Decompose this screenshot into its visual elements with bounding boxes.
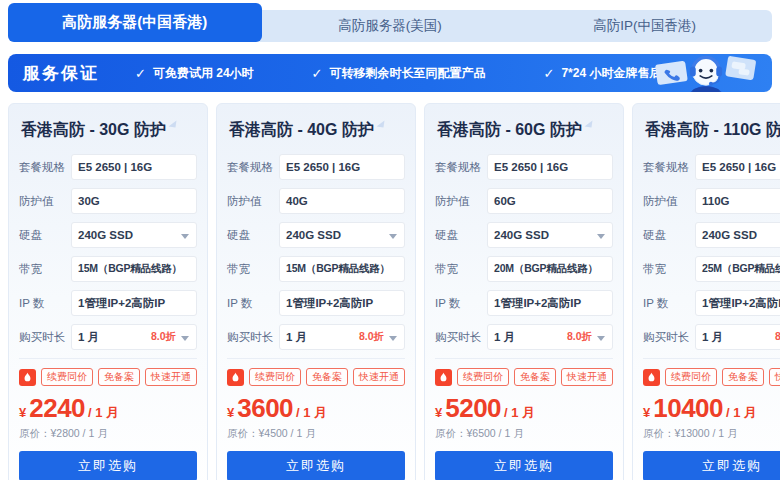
duration-select[interactable]: 1 月8.0折 xyxy=(487,324,613,350)
original-price: 原价：¥6500 / 1 月 xyxy=(435,427,613,441)
guarantee-text: 可转移剩余时长至同配置产品 xyxy=(330,65,486,82)
bandwidth-select[interactable]: 25M（BGP精品线路） xyxy=(695,256,780,282)
row-label: 套餐规格 xyxy=(435,160,487,175)
plan-title-text: 香港高防 - 40G 防护 xyxy=(229,121,374,138)
disk-select[interactable]: 240G SSD xyxy=(71,222,197,248)
row-label: 购买时长 xyxy=(435,330,487,345)
buy-button[interactable]: 立即选购 xyxy=(643,451,780,480)
price-unit: / 1 月 xyxy=(296,404,327,422)
price: ¥ 2240 / 1 月 xyxy=(19,393,197,424)
feature-tag: 免备案 xyxy=(306,368,348,386)
ip-select[interactable]: 1管理IP+2高防IP xyxy=(71,290,197,316)
bandwidth-select[interactable]: 15M（BGP精品线路） xyxy=(71,256,197,282)
row-label: IP 数 xyxy=(19,296,71,311)
buy-button[interactable]: 立即选购 xyxy=(227,451,405,480)
feature-tag: 续费同价 xyxy=(457,368,509,386)
feature-tag: 免备案 xyxy=(98,368,140,386)
tab-us-server[interactable]: 高防服务器(美国) xyxy=(263,10,518,42)
row-label: 硬盘 xyxy=(435,228,487,243)
row-value: 1 月 xyxy=(494,330,515,345)
buy-button[interactable]: 立即选购 xyxy=(435,451,613,480)
row-value: 25M（BGP精品线路） xyxy=(702,262,780,276)
row-value: 1 月 xyxy=(286,330,307,345)
feature-tags: 续费同价 免备案 快速开通 xyxy=(435,368,613,386)
defense-value: 30G xyxy=(71,188,197,214)
disk-select[interactable]: 240G SSD xyxy=(279,222,405,248)
duration-select[interactable]: 1 月8.0折 xyxy=(279,324,405,350)
defense-value: 40G xyxy=(279,188,405,214)
bandwidth-select[interactable]: 20M（BGP精品线路） xyxy=(487,256,613,282)
row-value: E5 2650 | 16G xyxy=(702,161,776,173)
chevron-down-icon xyxy=(597,234,605,239)
row-value: 30G xyxy=(78,195,100,207)
row-value: 1管理IP+2高防IP xyxy=(494,296,581,311)
buy-button[interactable]: 立即选购 xyxy=(19,451,197,480)
plan-title: 香港高防 - 110G 防护 xyxy=(645,120,780,141)
spec-row: 套餐规格 E5 2650 | 16G xyxy=(643,154,780,180)
price-amount: 5200 xyxy=(445,393,501,424)
spec-value: E5 2650 | 16G xyxy=(71,154,197,180)
ip-row: IP 数 1管理IP+2高防IP xyxy=(643,290,780,316)
plan-title: 香港高防 - 40G 防护 xyxy=(229,120,403,141)
feature-tag: 快速开通 xyxy=(145,368,197,386)
tab-hk-server-active[interactable]: 高防服务器(中国香港) xyxy=(8,3,262,42)
card-footer: 续费同价 免备案 快速开通 ¥ 5200 / 1 月 原价：¥6500 / 1 … xyxy=(435,358,613,480)
duration-select[interactable]: 1 月8.0折 xyxy=(695,324,780,350)
plan-title-text: 香港高防 - 110G 防护 xyxy=(645,121,780,138)
row-value: 240G SSD xyxy=(494,229,549,241)
original-price: 原价：¥4500 / 1 月 xyxy=(227,427,405,441)
row-label: 带宽 xyxy=(435,262,487,277)
duration-row: 购买时长 1 月8.0折 xyxy=(435,324,613,350)
bandwidth-select[interactable]: 15M（BGP精品线路） xyxy=(279,256,405,282)
ip-row: IP 数 1管理IP+2高防IP xyxy=(435,290,613,316)
row-label: 购买时长 xyxy=(643,330,695,345)
row-value: 1 月 xyxy=(702,330,723,345)
disk-row: 硬盘 240G SSD xyxy=(643,222,780,248)
ip-select[interactable]: 1管理IP+2高防IP xyxy=(695,290,780,316)
currency-symbol: ¥ xyxy=(19,405,26,420)
ip-select[interactable]: 1管理IP+2高防IP xyxy=(279,290,405,316)
discount-badge: 8.0折 xyxy=(775,330,780,344)
row-label: 防护值 xyxy=(643,194,695,209)
discount-badge: 8.0折 xyxy=(151,330,176,344)
feature-tag: 续费同价 xyxy=(665,368,717,386)
plan-card: 香港高防 - 110G 防护 套餐规格 E5 2650 | 16G 防护值 11… xyxy=(632,103,780,480)
chevron-down-icon xyxy=(181,234,189,239)
feature-tag: 快速开通 xyxy=(561,368,613,386)
title-decoration-icon xyxy=(584,120,592,128)
row-value: 110G xyxy=(702,195,730,207)
chevron-down-icon xyxy=(389,234,397,239)
chevron-down-icon xyxy=(181,336,189,341)
tab-hk-ip[interactable]: 高防IP(中国香港) xyxy=(517,10,772,42)
flame-icon xyxy=(643,369,660,386)
price-unit: / 1 月 xyxy=(504,404,535,422)
feature-tag: 续费同价 xyxy=(249,368,301,386)
defense-row: 防护值 30G xyxy=(19,188,197,214)
row-label: 硬盘 xyxy=(19,228,71,243)
row-label: 购买时长 xyxy=(227,330,279,345)
disk-row: 硬盘 240G SSD xyxy=(19,222,197,248)
plan-card: 香港高防 - 40G 防护 套餐规格 E5 2650 | 16G 防护值 40G… xyxy=(216,103,416,480)
ip-row: IP 数 1管理IP+2高防IP xyxy=(19,290,197,316)
duration-select[interactable]: 1 月8.0折 xyxy=(71,324,197,350)
feature-tags: 续费同价 免备案 快速开通 xyxy=(227,368,405,386)
row-label: 带宽 xyxy=(227,262,279,277)
chevron-down-icon xyxy=(389,336,397,341)
bandwidth-row: 带宽 15M（BGP精品线路） xyxy=(19,256,197,282)
plan-title: 香港高防 - 30G 防护 xyxy=(21,120,195,141)
disk-select[interactable]: 240G SSD xyxy=(487,222,613,248)
product-tabs: 高防服务器(美国) 高防IP(中国香港) 高防服务器(中国香港) xyxy=(8,3,772,42)
banner-items: ✓ 可免费试用 24小时 ✓ 可转移剩余时长至同配置产品 ✓ 7*24 小时金牌… xyxy=(135,65,685,82)
card-footer: 续费同价 免备案 快速开通 ¥ 2240 / 1 月 原价：¥2800 / 1 … xyxy=(19,358,197,480)
disk-select[interactable]: 240G SSD xyxy=(695,222,780,248)
currency-symbol: ¥ xyxy=(643,405,650,420)
feature-tag: 免备案 xyxy=(722,368,764,386)
ip-select[interactable]: 1管理IP+2高防IP xyxy=(487,290,613,316)
spec-row: 套餐规格 E5 2650 | 16G xyxy=(227,154,405,180)
spec-row: 套餐规格 E5 2650 | 16G xyxy=(19,154,197,180)
defense-row: 防护值 110G xyxy=(643,188,780,214)
defense-value: 110G xyxy=(695,188,780,214)
discount-badge: 8.0折 xyxy=(567,330,592,344)
row-value: 1管理IP+2高防IP xyxy=(702,296,780,311)
flame-icon xyxy=(227,369,244,386)
